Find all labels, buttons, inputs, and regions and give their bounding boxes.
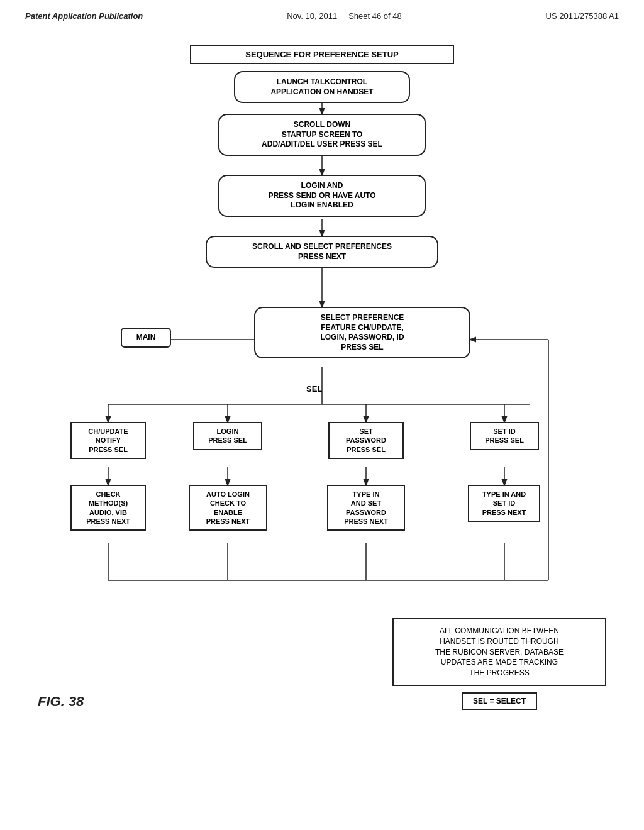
title-box: SEQUENCE FOR PREFERENCE SETUP [190,45,454,64]
type-id-box: TYPE IN ANDSET IDPRESS NEXT [468,485,540,522]
fig-label: FIG. 38 [38,694,84,710]
type-password-box: TYPE INAND SETPASSWORDPRESS NEXT [327,485,405,531]
launch-box: LAUNCH TALKCONTROLAPPLICATION ON HANDSET [234,71,410,103]
sheet-label: Sheet 46 of 48 [348,11,402,21]
set-password-box: SETPASSWORDPRESS SEL [328,422,404,459]
select-pref-box: SELECT PREFERENCEFEATURE CH/UPDATE,LOGIN… [254,307,470,358]
main-content: SEQUENCE FOR PREFERENCE SETUP LAUNCH TAL… [0,27,644,722]
sel-definition-box: SEL = SELECT [462,692,537,710]
flowchart: SEQUENCE FOR PREFERENCE SETUP LAUNCH TAL… [33,33,611,650]
info-section: ALL COMMUNICATION BETWEENHANDSET IS ROUT… [392,618,606,710]
set-id-box: SET IDPRESS SEL [470,422,539,450]
ch-update-box: CH/UPDATENOTIFYPRESS SEL [70,422,146,459]
date-label: Nov. 10, 2011 [287,11,337,21]
login-box: LOGIN ANDPRESS SEND OR HAVE AUTOLOGIN EN… [218,175,426,217]
info-text: ALL COMMUNICATION BETWEENHANDSET IS ROUT… [435,626,564,677]
main-label-1: MAIN [121,328,171,348]
login-sel-box: LOGINPRESS SEL [193,422,262,450]
page-header: Patent Application Publication Nov. 10, … [0,0,644,27]
publication-label: Patent Application Publication [25,11,143,21]
info-box: ALL COMMUNICATION BETWEENHANDSET IS ROUT… [392,618,606,686]
scroll-down-box: SCROLL DOWNSTARTUP SCREEN TOADD/ADIT/DEL… [218,114,426,156]
sel-box-container: SEL = SELECT [392,692,606,710]
scroll-select-box: SCROLL AND SELECT PREFERENCESPRESS NEXT [206,236,438,268]
auto-login-box: AUTO LOGINCHECK TOENABLEPRESS NEXT [189,485,267,531]
patent-number-label: US 2011/275388 A1 [546,11,619,21]
sel-label: SEL [306,384,322,394]
date-sheet-label: Nov. 10, 2011 Sheet 46 of 48 [287,11,402,21]
bottom-section: FIG. 38 ALL COMMUNICATION BETWEENHANDSET… [25,618,619,710]
check-method-box: CHECKMETHOD(S)AUDIO, VIBPRESS NEXT [70,485,146,531]
